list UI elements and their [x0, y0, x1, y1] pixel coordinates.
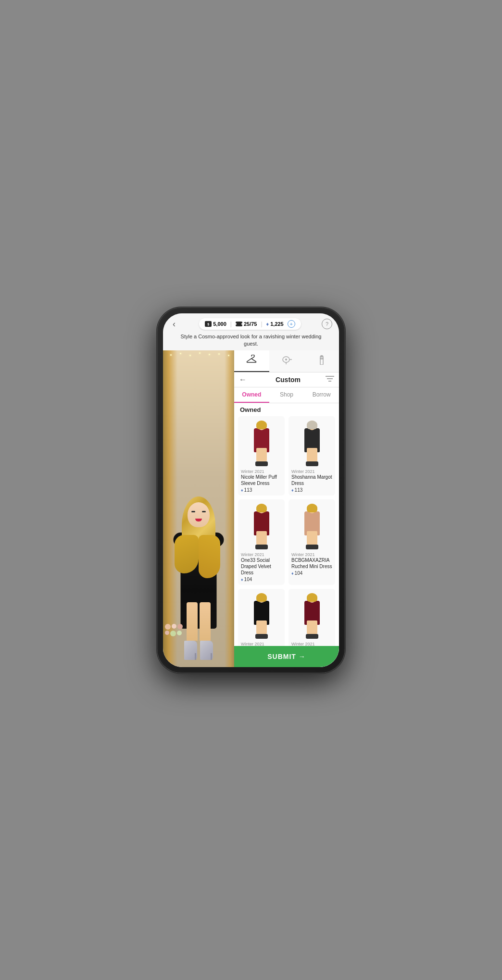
lipstick-icon — [318, 354, 326, 367]
item-meta-item1: Winter 2021 Nicole Miller Puff Sleeve Dr… — [241, 469, 282, 493]
hairdryer-icon — [281, 355, 292, 367]
avatar-leg-right — [200, 602, 211, 641]
sub-nav-title: Custom — [251, 376, 326, 384]
item-card-item6[interactable]: Winter 2021 Rebecca Vallance Aubrey Mini… — [289, 589, 335, 645]
item-price: ♦ 113 — [291, 487, 332, 493]
item-image-item2 — [295, 419, 329, 467]
scene-flowers — [165, 624, 184, 648]
item-meta-item5: Winter 2021 Rebecca Vallance Tiffani Min… — [241, 642, 282, 645]
filter-tab-borrow[interactable]: Borrow — [304, 387, 339, 403]
challenge-text: Style a Cosmo-approved look for a ravish… — [170, 332, 332, 349]
category-tabs — [234, 350, 339, 372]
ticket-value: 25/75 — [244, 321, 257, 327]
divider1: | — [230, 321, 232, 327]
help-button[interactable]: ? — [322, 319, 332, 329]
submit-button[interactable]: SUBMIT → — [234, 646, 339, 667]
hanger-icon — [246, 355, 257, 367]
item-season: Winter 2021 — [291, 469, 332, 474]
submit-label: SUBMIT → — [267, 653, 306, 660]
filter-tab-owned[interactable]: Owned — [234, 387, 269, 403]
header-bar: ‹ $ 5,000 | 25/75 | ♦ — [163, 313, 339, 351]
item-name: Nicole Miller Puff Sleeve Dress — [241, 474, 282, 486]
ticket-currency: 25/75 — [236, 321, 257, 327]
phone-screen: ‹ $ 5,000 | 25/75 | ♦ — [163, 313, 339, 667]
item-season: Winter 2021 — [241, 642, 282, 645]
sub-nav-back-button[interactable]: ← — [239, 375, 247, 384]
add-currency-button[interactable]: + — [288, 320, 295, 328]
avatar-leg-left — [187, 602, 198, 641]
items-grid: Winter 2021 Nicole Miller Puff Sleeve Dr… — [238, 416, 335, 645]
price-value: 113 — [295, 487, 303, 493]
back-button[interactable]: ‹ — [170, 318, 178, 330]
item-image-item1 — [245, 419, 278, 467]
main-content: ← Custom Owned — [163, 350, 339, 667]
item-image-item6 — [295, 592, 329, 640]
item-image-item4 — [295, 502, 329, 550]
price-value: 113 — [244, 487, 252, 493]
tab-clothing[interactable] — [234, 350, 269, 372]
ticket-icon — [236, 322, 242, 326]
item-price: ♦ 104 — [291, 571, 332, 576]
item-meta-item3: Winter 2021 One33 Social Draped Velvet D… — [241, 552, 282, 582]
filter-tabs: Owned Shop Borrow — [234, 387, 339, 403]
divider2: | — [261, 321, 262, 327]
outfit-panel: ← Custom Owned — [234, 350, 339, 667]
diamond-value: 1,225 — [270, 321, 284, 327]
currency-bar: $ 5,000 | 25/75 | ♦ 1,225 + — [199, 318, 301, 330]
item-meta-item2: Winter 2021 Shoshanna Margot Dress ♦ 113 — [291, 469, 332, 493]
item-name: BCBGMAXAZRIA Ruched Mini Dress — [291, 557, 332, 570]
avatar-shoe-left — [184, 641, 197, 660]
sub-nav: ← Custom — [234, 372, 339, 387]
item-name: Shoshanna Margot Dress — [291, 474, 332, 486]
curtain-right — [225, 350, 234, 667]
item-meta-item6: Winter 2021 Rebecca Vallance Aubrey Mini… — [291, 642, 332, 645]
diamond-icon: ♦ — [266, 321, 269, 327]
filter-tab-shop[interactable]: Shop — [269, 387, 304, 403]
cash-value: 5,000 — [213, 321, 226, 327]
avatar-face — [188, 502, 210, 527]
item-season: Winter 2021 — [241, 552, 282, 557]
phone-shell: ‹ $ 5,000 | 25/75 | ♦ — [157, 308, 345, 673]
item-season: Winter 2021 — [241, 469, 282, 474]
item-season: Winter 2021 — [291, 552, 332, 557]
svg-point-6 — [320, 355, 323, 357]
top-nav: ‹ $ 5,000 | 25/75 | ♦ — [170, 318, 332, 330]
price-value: 104 — [295, 571, 303, 576]
cash-icon: $ — [205, 321, 212, 327]
item-name: One33 Social Draped Velvet Dress — [241, 557, 282, 576]
diamond-currency: ♦ 1,225 — [266, 321, 284, 327]
price-value: 104 — [244, 577, 252, 582]
diamond-icon: ♦ — [241, 488, 243, 493]
item-season: Winter 2021 — [291, 642, 332, 645]
avatar-shoe-right — [200, 641, 213, 660]
diamond-icon: ♦ — [291, 488, 294, 493]
item-card-item3[interactable]: Winter 2021 One33 Social Draped Velvet D… — [238, 499, 285, 585]
avatar-panel — [163, 350, 234, 667]
cash-currency: $ 5,000 — [205, 321, 226, 327]
item-card-item5[interactable]: Winter 2021 Rebecca Vallance Tiffani Min… — [238, 589, 285, 645]
scene-lights — [163, 350, 234, 365]
item-card-item2[interactable]: Winter 2021 Shoshanna Margot Dress ♦ 113 — [289, 416, 335, 496]
item-meta-item4: Winter 2021 BCBGMAXAZRIA Ruched Mini Dre… — [291, 552, 332, 576]
items-scroll[interactable]: Winter 2021 Nicole Miller Puff Sleeve Dr… — [234, 414, 339, 645]
item-card-item1[interactable]: Winter 2021 Nicole Miller Puff Sleeve Dr… — [238, 416, 285, 496]
avatar-shoes — [184, 641, 213, 660]
svg-point-3 — [285, 359, 287, 360]
item-price: ♦ 113 — [241, 487, 282, 493]
diamond-icon: ♦ — [241, 577, 243, 582]
filter-icon[interactable] — [326, 375, 334, 384]
item-image-item3 — [245, 502, 278, 550]
item-card-item4[interactable]: Winter 2021 BCBGMAXAZRIA Ruched Mini Dre… — [289, 499, 335, 585]
section-label: Owned — [234, 403, 339, 414]
item-price: ♦ 104 — [241, 577, 282, 582]
diamond-icon: ♦ — [291, 571, 294, 576]
avatar-legs — [187, 602, 211, 641]
item-image-item5 — [245, 592, 278, 640]
tab-hair[interactable] — [269, 350, 304, 372]
tab-accessories[interactable] — [304, 350, 339, 372]
